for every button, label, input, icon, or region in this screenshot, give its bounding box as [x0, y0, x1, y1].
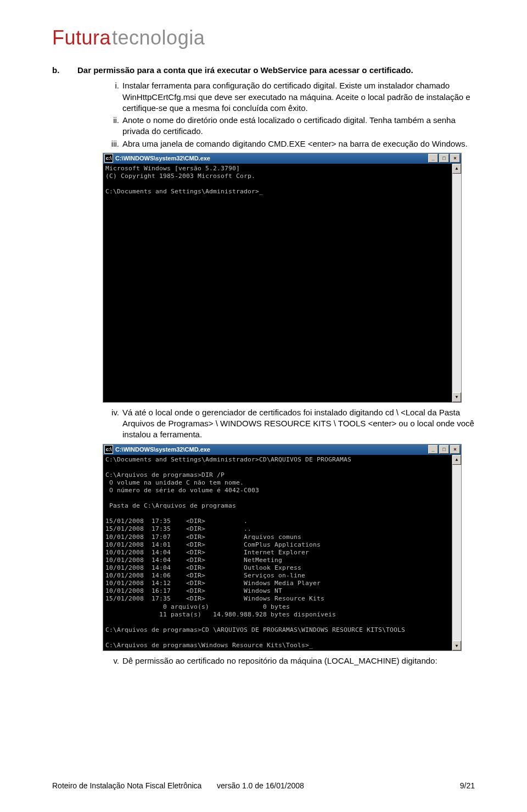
footer-right: 9/21 [365, 781, 475, 790]
close-button[interactable]: × [450, 445, 460, 454]
cmd-titlebar: c:\ C:\WINDOWS\system32\CMD.exe _ □ × [103, 444, 461, 455]
close-button[interactable]: × [450, 154, 460, 163]
minimize-button[interactable]: _ [428, 445, 438, 454]
item-number: v. [107, 655, 119, 666]
cmd-body: Microsoft Windows [versão 5.2.3790] (C) … [103, 164, 461, 402]
list-item: ii. Anote o nome do diretório onde está … [107, 115, 475, 137]
item-text: Dê permissão ao certificado no repositór… [122, 655, 475, 666]
cmd-title: C:\WINDOWS\system32\CMD.exe [115, 446, 427, 453]
scroll-track[interactable] [452, 174, 461, 392]
scroll-up-icon[interactable]: ▲ [452, 164, 461, 174]
footer-left: Roteiro de Instalação Nota Fiscal Eletrô… [52, 781, 217, 790]
cmd-titlebar: c:\ C:\WINDOWS\system32\CMD.exe _ □ × [103, 153, 461, 164]
logo-part2: tecnologia [112, 26, 205, 49]
scroll-down-icon[interactable]: ▼ [452, 641, 461, 650]
cmd-scrollbar[interactable]: ▲ ▼ [452, 164, 461, 402]
maximize-button[interactable]: □ [439, 445, 449, 454]
item-text: Abra uma janela de comando digitando CMD… [122, 138, 475, 149]
logo-part1: Futura [52, 26, 111, 49]
section-b-title: Dar permissão para a conta que irá execu… [77, 65, 475, 76]
item-text: Anote o nome do diretório onde está loca… [122, 115, 475, 137]
maximize-button[interactable]: □ [439, 154, 449, 163]
cmd-icon: c:\ [104, 154, 113, 163]
item-text: Instalar ferramenta para configuração do… [122, 80, 475, 114]
logo: Futuratecnologia [52, 26, 475, 49]
footer-center: versão 1.0 de 16/01/2008 [217, 781, 365, 790]
cmd-title: C:\WINDOWS\system32\CMD.exe [115, 155, 427, 162]
instruction-list-cont2: v. Dê permissão ao certificado no reposi… [52, 655, 475, 666]
list-item: i. Instalar ferramenta para configuração… [107, 80, 475, 114]
scroll-down-icon[interactable]: ▼ [452, 392, 461, 402]
cmd-output: Microsoft Windows [versão 5.2.3790] (C) … [103, 164, 452, 402]
list-item: iv. Vá até o local onde o gerenciador de… [107, 407, 475, 441]
instruction-list-cont: iv. Vá até o local onde o gerenciador de… [52, 407, 475, 441]
minimize-button[interactable]: _ [428, 154, 438, 163]
page-footer: Roteiro de Instalação Nota Fiscal Eletrô… [52, 781, 475, 790]
item-text: Vá até o local onde o gerenciador de cer… [122, 407, 475, 441]
section-b-label: b. [52, 65, 64, 76]
cmd-output: C:\Documents and Settings\Administrador>… [103, 455, 452, 651]
item-number: iv. [107, 407, 119, 441]
cmd-icon: c:\ [104, 445, 113, 454]
scroll-up-icon[interactable]: ▲ [452, 455, 461, 465]
list-item: v. Dê permissão ao certificado no reposi… [107, 655, 475, 666]
scroll-track[interactable] [452, 465, 461, 641]
cmd-window-1: c:\ C:\WINDOWS\system32\CMD.exe _ □ × Mi… [103, 153, 462, 403]
cmd-window-2: c:\ C:\WINDOWS\system32\CMD.exe _ □ × C:… [103, 444, 462, 652]
list-item: iii. Abra uma janela de comando digitand… [107, 138, 475, 149]
item-number: ii. [107, 115, 119, 137]
cmd-scrollbar[interactable]: ▲ ▼ [452, 455, 461, 651]
item-number: i. [107, 80, 119, 114]
section-b: b. Dar permissão para a conta que irá ex… [52, 65, 475, 76]
item-number: iii. [107, 138, 119, 149]
instruction-list: i. Instalar ferramenta para configuração… [52, 80, 475, 149]
cmd-body: C:\Documents and Settings\Administrador>… [103, 455, 461, 651]
